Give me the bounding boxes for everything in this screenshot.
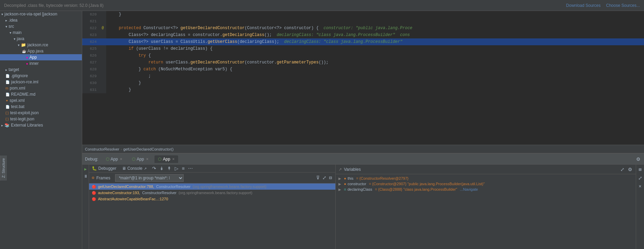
debug-tab-app2[interactable]: ⬡ App × xyxy=(128,155,152,163)
sidebar-item-java[interactable]: ▾ java xyxy=(0,36,82,42)
debug-header: Debug: ⬡ App × ⬡ App × ⬡ App × xyxy=(82,154,644,165)
sidebar-item-appjava[interactable]: ☕ App.java xyxy=(0,48,82,54)
frame-method-0: getUserDeclaredConstructor:788, xyxy=(98,185,154,189)
readme-icon: 📄 xyxy=(5,93,10,96)
sidebar-item-iml[interactable]: 📄 jackson-rce.iml xyxy=(0,79,82,85)
debug-app1-label: App xyxy=(111,157,118,162)
run-to-cursor-btn[interactable]: ▷ xyxy=(173,165,180,172)
code-line-626: 626 try { xyxy=(82,52,644,59)
var-arrow-icon: ↗ xyxy=(338,167,342,172)
gutter-620 xyxy=(99,11,106,18)
debug-app1-close[interactable]: × xyxy=(120,157,122,162)
sidebar-item-spelxml[interactable]: ✦ spel.xml xyxy=(0,97,82,104)
sidebar-item-app[interactable]: ● App xyxy=(0,54,82,60)
var-this-expand-icon[interactable]: ▶ xyxy=(338,177,343,180)
variables-panel: ↗ Variables ⤢ ⚙ ▶ ● xyxy=(336,165,636,249)
choose-sources-link[interactable]: Choose Sources... xyxy=(606,3,640,8)
code-line-631: 631 } xyxy=(82,86,644,93)
banner-actions: Download Sources Choose Sources... xyxy=(566,3,640,8)
gutter-630 xyxy=(99,80,106,86)
close-panel-icon[interactable]: × xyxy=(638,183,642,190)
debug-side-buttons: ▶ ⏸ xyxy=(82,165,89,249)
sidebar-item-extlibs[interactable]: ▸ 📚 External Libraries xyxy=(0,122,82,128)
pause-icon[interactable]: ⏸ xyxy=(83,173,88,180)
var-dc-navigate[interactable]: ...Navigate xyxy=(460,187,478,191)
code-line-627: 627 return userClass.getDeclaredConstruc… xyxy=(82,59,644,66)
var-expand-all-icon[interactable]: ⤢ xyxy=(620,166,625,173)
debug-title: Debug: xyxy=(85,157,98,162)
line-num-625: 625 xyxy=(82,45,99,52)
extlibs-arrow-icon: ▸ xyxy=(1,123,3,127)
filter-icon[interactable]: ⊽ xyxy=(315,174,320,181)
collapse-icon[interactable]: ⊟ xyxy=(329,174,333,181)
breadcrumb-part2[interactable]: getUserDeclaredConstructor() xyxy=(123,147,174,151)
sidebar-item-label: jackson-rce-via-spel [jackson xyxy=(4,12,57,16)
debug-tab-app1[interactable]: ⬡ App × xyxy=(102,155,126,163)
gutter-628 xyxy=(99,66,106,73)
var-constructor-expand-icon[interactable]: ▶ xyxy=(338,182,343,186)
debug-app2-label: App xyxy=(137,157,144,162)
run-icon[interactable]: ▶ xyxy=(84,166,87,173)
more-btn[interactable]: ⋯ xyxy=(187,165,194,172)
var-dc-expand-icon[interactable]: ▶ xyxy=(338,188,343,191)
debug-app3-close[interactable]: × xyxy=(172,157,175,162)
frame-class-0: ConstructorResolver xyxy=(156,185,190,189)
frame-item-1[interactable]: 🔴 autowireConstructor:193, ConstructorRe… xyxy=(89,190,335,196)
thread-selector[interactable]: *main*@1 in group *main*: RUNNING xyxy=(115,174,184,182)
gitignore-icon: 📄 xyxy=(5,74,10,78)
console-tab[interactable]: 🖥 Console ↗ xyxy=(119,165,149,172)
line-content-624: Class<?> userClass = ClassUtils.getUserC… xyxy=(106,38,644,45)
sidebar-item-pom[interactable]: m pom.xml xyxy=(0,85,82,91)
var-this[interactable]: ▶ ● this = {ConstructorResolver@2797} xyxy=(336,176,636,181)
sidebar-item-testlegit[interactable]: { } test-legit.json xyxy=(0,116,82,122)
debug-app1-icon: ⬡ xyxy=(106,157,109,162)
code-lines-container: 620 } 621 622 @ protected xyxy=(82,11,644,145)
sidebar-item-readme[interactable]: 📄 README.md xyxy=(0,91,82,97)
sidebar-item-project[interactable]: ▾ jackson-rce-via-spel [jackson xyxy=(0,11,82,17)
debug-app2-close[interactable]: × xyxy=(146,157,148,162)
z-structure-tab[interactable]: Z: Structure xyxy=(0,155,7,180)
debugger-tab[interactable]: 🐛 Debugger xyxy=(89,165,119,172)
frame-item-0[interactable]: 🔴 getUserDeclaredConstructor:788, Constr… xyxy=(89,183,335,190)
breadcrumb-part1[interactable]: ConstructorResolver xyxy=(85,147,119,151)
sidebar-item-src[interactable]: ▾ src xyxy=(0,23,82,29)
sidebar-item-inner[interactable]: ● inner xyxy=(0,60,82,67)
sidebar-item-testexploit[interactable]: { } test-exploit.json xyxy=(0,110,82,116)
sidebar-item-testbat[interactable]: 📄 test.bat xyxy=(0,104,82,110)
sidebar-item-gitignore[interactable]: 📄 .gitignore xyxy=(0,73,82,79)
settings-icon[interactable]: ⚙ xyxy=(635,156,641,163)
sidebar-item-label: java xyxy=(17,36,24,41)
code-line-621: 621 xyxy=(82,18,644,25)
src-arrow-icon: ▾ xyxy=(5,25,7,28)
frame-class-1: ConstructorResolver xyxy=(142,191,176,195)
sidebar-item-jacksonrce[interactable]: ▾ 📁 jackson.rce xyxy=(0,42,82,48)
exploit-icon: { } xyxy=(5,111,9,115)
var-constructor-value: = {Constructor@2907} "public java.lang.P… xyxy=(369,182,485,186)
sidebar-item-label: .gitignore xyxy=(11,73,28,78)
variables-header: ↗ Variables ⤢ ⚙ xyxy=(336,165,636,174)
expand-icon[interactable]: ⤢ xyxy=(322,174,327,181)
var-declaringclass[interactable]: ▶ ≡ declaringClass = {Class@2888} "class… xyxy=(336,187,636,192)
maximize-icon[interactable]: ⤢ xyxy=(637,175,643,182)
code-editor[interactable]: 620 } 621 622 @ protected xyxy=(82,11,644,145)
evaluate-btn[interactable]: ≡ xyxy=(181,165,186,172)
download-sources-link[interactable]: Download Sources xyxy=(566,3,601,8)
restore-icon[interactable]: ⊞ xyxy=(638,166,642,173)
step-into-btn[interactable]: ↡ xyxy=(158,165,165,172)
frames-label: Frames xyxy=(96,176,110,180)
sidebar-item-idea[interactable]: ▸ .idea xyxy=(0,17,82,23)
sidebar-item-target[interactable]: ▸ target xyxy=(0,67,82,73)
sidebar-item-main[interactable]: ▾ main xyxy=(0,29,82,36)
step-over-btn[interactable]: ↷ xyxy=(151,165,158,172)
step-out-btn[interactable]: ↟ xyxy=(166,165,173,172)
sidebar-item-label: .idea xyxy=(9,18,17,23)
console-tab-label: Console xyxy=(127,166,143,171)
frame-item-2[interactable]: 🔴 AbstractAutowireCapableBeanFac...:1270 xyxy=(89,196,335,202)
line-num-623: 623 xyxy=(82,32,99,38)
code-line-629: 629 ; xyxy=(82,73,644,80)
debug-tab-app3[interactable]: ⬡ App × xyxy=(154,155,178,163)
var-constructor[interactable]: ▶ ● constructor = {Constructor@2907} "pu… xyxy=(336,181,636,187)
code-line-620: 620 } xyxy=(82,11,644,18)
line-content-627: return userClass.getDeclaredConstructor(… xyxy=(106,59,644,66)
var-settings-icon[interactable]: ⚙ xyxy=(627,166,633,173)
